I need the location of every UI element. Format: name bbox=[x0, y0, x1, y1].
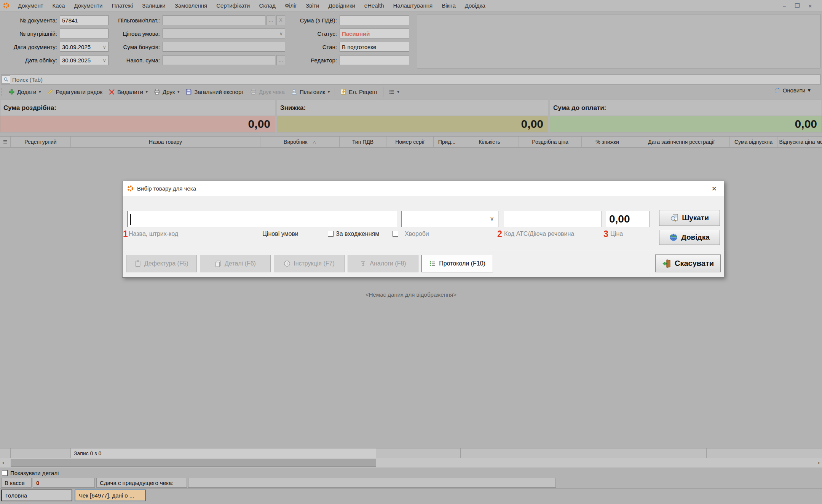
cancel-button[interactable]: Скасувати bbox=[655, 254, 721, 272]
details-button[interactable]: Деталі (F6) bbox=[200, 255, 271, 272]
delete-button-label: Видалити bbox=[117, 89, 143, 95]
help-button[interactable]: Довідка bbox=[659, 230, 720, 245]
menu-help[interactable]: Довідка bbox=[460, 0, 490, 11]
show-details-checkbox[interactable] bbox=[2, 470, 8, 476]
close-button[interactable]: × bbox=[804, 3, 817, 9]
search-products-button-label: Шукати bbox=[682, 214, 709, 222]
col-receptual[interactable]: Рецептурний bbox=[11, 137, 71, 147]
menu-certificates[interactable]: Сертифікати bbox=[212, 0, 254, 11]
col-prid[interactable]: Прид... bbox=[434, 137, 460, 147]
atc-input[interactable] bbox=[504, 211, 602, 227]
col-sale-sum[interactable]: Сума відпускна bbox=[730, 137, 777, 147]
col-registration-end[interactable]: Дата закінчення реєстрації bbox=[633, 137, 730, 147]
by-entry-checkbox[interactable] bbox=[328, 231, 334, 237]
col-label: Кількість bbox=[479, 139, 500, 145]
col-product-name[interactable]: Назва товару bbox=[71, 137, 260, 147]
menu-settings[interactable]: Налаштування bbox=[389, 0, 437, 11]
nav-cell bbox=[376, 448, 461, 458]
beneficiary-button[interactable]: Пільговик ▾ bbox=[288, 87, 333, 97]
dialog-close-icon[interactable]: ✕ bbox=[712, 185, 717, 193]
menu-branches[interactable]: Філії bbox=[280, 0, 301, 11]
refresh-button[interactable]: Оновити ▾ bbox=[774, 87, 811, 94]
menu-ehealth[interactable]: eHealth bbox=[360, 0, 389, 11]
e-recipe-button-label: Ел. Рецепт bbox=[349, 89, 378, 95]
scroll-left-icon[interactable]: ‹ bbox=[2, 459, 4, 466]
summary-discount-label: Знижка: bbox=[280, 104, 306, 112]
show-details-label: Показувати деталі bbox=[10, 470, 59, 476]
col-conditions[interactable]: Умов bbox=[817, 137, 822, 147]
col-sale-price[interactable]: Відпускна ціна bbox=[777, 137, 817, 147]
print-receipt-button[interactable]: Друк чека bbox=[247, 87, 288, 97]
sum-vat-field[interactable] bbox=[340, 15, 409, 25]
tab-main[interactable]: Головна bbox=[1, 490, 72, 501]
menu-kasa[interactable]: Каса bbox=[48, 0, 70, 11]
general-export-button[interactable]: Загальний експорт bbox=[182, 87, 247, 97]
col-retail-price[interactable]: Роздрібна ціна bbox=[519, 137, 582, 147]
col-label: Відпускна ціна bbox=[779, 139, 815, 145]
search-doc-icon bbox=[670, 214, 678, 222]
menu-orders[interactable]: Замовлення bbox=[170, 0, 212, 11]
defectura-button[interactable]: Дефектура (F5) bbox=[126, 255, 197, 272]
diseases-label: Хвороби bbox=[405, 231, 429, 237]
cash-value: 0 bbox=[36, 480, 39, 486]
edit-row-button-label: Редагувати рядок bbox=[56, 89, 102, 95]
app-logo-icon bbox=[127, 185, 134, 192]
col-quantity[interactable]: Кількість bbox=[460, 137, 519, 147]
menu-document[interactable]: Документ bbox=[13, 0, 48, 11]
list-options-button[interactable]: ▾ bbox=[385, 87, 402, 97]
tab-check-label: Чек [64977], дані о ... bbox=[79, 492, 134, 499]
menu-bar: Документ Каса Документи Платежі Залишки … bbox=[0, 0, 822, 11]
e-recipe-button[interactable]: Ел. Рецепт bbox=[337, 87, 381, 97]
horizontal-scrollbar[interactable]: ‹ › bbox=[0, 458, 822, 467]
toolbar-grip[interactable] bbox=[2, 88, 4, 96]
menu-remains[interactable]: Залишки bbox=[137, 0, 170, 11]
instruction-button[interactable]: Інструкція (F7) bbox=[274, 255, 345, 272]
analogs-button[interactable]: Аналоги (F8) bbox=[348, 255, 418, 272]
restore-button[interactable]: ❐ bbox=[791, 2, 804, 9]
internal-number-label: № внутрішній: bbox=[0, 30, 57, 37]
scroll-right-icon[interactable]: › bbox=[818, 459, 820, 466]
change-label: Сдача с предыдущего чека: bbox=[100, 480, 174, 486]
doc-date-label: Дата документу: bbox=[0, 44, 57, 50]
dialog-title-bar[interactable]: Вибір товару для чека ✕ bbox=[123, 181, 724, 196]
toolbar: Додати ▾ Редагувати рядок Видалити ▾ Дру… bbox=[0, 86, 822, 98]
minimize-button[interactable]: – bbox=[778, 3, 791, 9]
search-products-button[interactable]: Шукати bbox=[659, 210, 720, 226]
scrollbar-thumb[interactable] bbox=[11, 459, 376, 467]
doc-number-value: 57841 bbox=[62, 17, 78, 24]
nav-cell[interactable] bbox=[11, 448, 71, 458]
menu-windows[interactable]: Вікна bbox=[437, 0, 460, 11]
tab-check[interactable]: Чек [64977], дані о ... bbox=[75, 490, 146, 501]
diseases-checkbox[interactable] bbox=[393, 231, 398, 237]
search-bar[interactable]: Поиск (Tab) bbox=[1, 75, 821, 84]
menu-reports[interactable]: Звіти bbox=[301, 0, 324, 11]
delete-button[interactable]: Видалити ▾ bbox=[105, 87, 151, 97]
col-vat-type[interactable]: Тип ПДВ bbox=[340, 137, 386, 147]
menu-directories[interactable]: Довідники bbox=[324, 0, 360, 11]
cancel-button-label: Скасувати bbox=[675, 259, 714, 268]
menu-documents[interactable]: Документи bbox=[69, 0, 107, 11]
add-button[interactable]: Додати ▾ bbox=[5, 87, 44, 97]
edit-row-button[interactable]: Редагувати рядок bbox=[44, 87, 105, 97]
nav-cell[interactable] bbox=[0, 448, 11, 458]
menu-payments[interactable]: Платежі bbox=[107, 0, 137, 11]
col-series-number[interactable]: Номер серії bbox=[386, 137, 434, 147]
print-button-label: Друк bbox=[163, 89, 175, 95]
col-discount-pct[interactable]: % знижки bbox=[582, 137, 633, 147]
search-input[interactable]: Поиск (Tab) bbox=[12, 76, 43, 83]
col-manufacturer[interactable]: Виробник△ bbox=[260, 137, 340, 147]
rows-icon[interactable] bbox=[0, 137, 11, 147]
beneficiary-field[interactable] bbox=[163, 15, 265, 25]
print-button[interactable]: Друк ▾ bbox=[151, 87, 182, 97]
price-input[interactable]: 0,00 bbox=[606, 211, 650, 227]
print-receipt-button-label: Друк чека bbox=[259, 89, 285, 95]
menu-warehouse[interactable]: Склад bbox=[254, 0, 280, 11]
caret-down-icon: ▾ bbox=[328, 90, 330, 94]
diseases-combobox[interactable]: ∨ bbox=[401, 211, 498, 227]
show-details-row: Показувати деталі bbox=[0, 468, 822, 478]
accum-sum-field[interactable] bbox=[163, 55, 275, 65]
protocols-button[interactable]: Протоколи (F10) bbox=[421, 255, 493, 272]
export-floppy-icon bbox=[185, 89, 192, 95]
col-label: Сума відпускна bbox=[734, 139, 773, 145]
product-search-input[interactable] bbox=[127, 211, 397, 227]
